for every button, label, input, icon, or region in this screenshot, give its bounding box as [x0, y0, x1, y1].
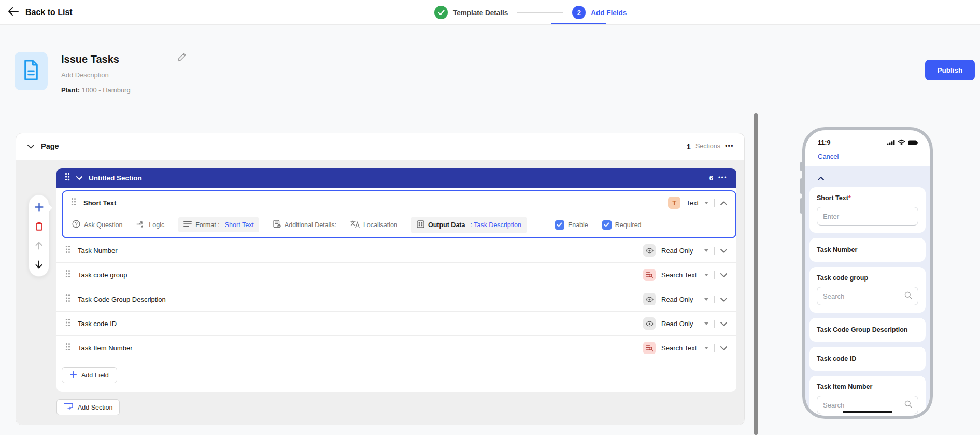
add-field-button[interactable]: Add Field	[62, 367, 117, 383]
delete-trash-icon[interactable]	[34, 221, 44, 231]
drag-handle-icon[interactable]	[65, 343, 70, 353]
field-label: Task Code Group Description	[78, 296, 166, 303]
move-up-arrow-icon[interactable]	[34, 240, 44, 250]
enter-input[interactable]	[823, 213, 912, 220]
field-type-label: Text	[686, 199, 699, 207]
expand-field-chevron-icon[interactable]	[720, 294, 727, 304]
add-button[interactable]	[34, 202, 44, 212]
page-header-row: Page 1 Sections •••	[16, 133, 744, 159]
logic-branch-icon	[136, 221, 145, 229]
active-field-card[interactable]: Short Text T Text	[62, 190, 736, 238]
drag-handle-icon[interactable]	[65, 245, 70, 256]
back-to-list-button[interactable]: Back to List	[8, 0, 73, 25]
home-indicator	[843, 411, 892, 413]
phone-cancel-button[interactable]: Cancel	[805, 147, 930, 160]
expand-field-chevron-icon[interactable]	[720, 270, 727, 279]
mobile-preview: 11:9 Cancel Short Text* Task Number Task…	[802, 127, 933, 419]
edit-pencil-icon[interactable]	[177, 52, 187, 64]
page-title: Page	[41, 142, 59, 150]
phone-time: 11:9	[818, 139, 830, 146]
expand-field-chevron-icon[interactable]	[720, 246, 727, 255]
field-toolbar: Ask Question Logic Format : Short Text	[63, 214, 735, 237]
phone-field-label: Short Text*	[817, 194, 918, 202]
format-chip[interactable]: Format : Short Text	[178, 217, 259, 232]
drag-handle-icon[interactable]	[65, 270, 70, 280]
field-type-label: Read Only	[661, 296, 699, 303]
section-fields-count: 6	[709, 174, 713, 182]
section-container: Untitled Section 6 ••• Short Text	[56, 168, 736, 392]
battery-icon	[908, 138, 918, 147]
step2-label[interactable]: Add Fields	[591, 9, 627, 17]
phone-field-card: Task code group	[809, 267, 926, 313]
phone-field-card: Task code ID	[809, 347, 926, 371]
type-dropdown-caret-icon[interactable]	[704, 249, 708, 252]
required-checkbox-item: Required	[602, 220, 642, 230]
required-asterisk: *	[848, 194, 851, 202]
template-title: Issue Tasks	[61, 53, 119, 65]
document-icon	[22, 60, 40, 82]
search-list-icon	[643, 269, 656, 281]
format-lines-icon	[183, 221, 192, 229]
collapse-field-chevron-icon[interactable]	[720, 198, 727, 207]
section-collapse-chevron-icon[interactable]	[76, 173, 82, 183]
section-menu-dots[interactable]: •••	[718, 174, 727, 181]
additional-details-button[interactable]: Additional Details:	[273, 220, 336, 230]
enable-checkbox[interactable]	[555, 220, 564, 230]
step1-check-icon	[434, 6, 448, 19]
drag-handle-icon[interactable]	[65, 294, 70, 304]
field-row[interactable]: Task Number Read Only	[56, 238, 736, 263]
type-dropdown-caret-icon[interactable]	[704, 347, 708, 349]
text-input-wrap	[817, 207, 918, 226]
page-collapse-chevron-icon[interactable]	[27, 142, 34, 151]
ask-question-button[interactable]: Ask Question	[72, 220, 122, 230]
back-label: Back to List	[25, 8, 73, 17]
field-row[interactable]: Task Item Number Search Text	[56, 336, 736, 360]
signal-icon	[887, 138, 895, 147]
logic-button[interactable]: Logic	[136, 221, 164, 229]
type-dropdown-caret-icon[interactable]	[704, 274, 708, 276]
field-actions-toolbar	[29, 194, 49, 277]
field-row[interactable]: Task Code Group Description Read Only	[56, 287, 736, 312]
vertical-scrollbar[interactable]	[754, 113, 758, 435]
wifi-icon	[898, 138, 905, 147]
magnifier-icon	[904, 400, 912, 410]
field-label[interactable]: Short Text	[83, 199, 116, 207]
step1-label[interactable]: Template Details	[453, 9, 508, 17]
publish-button[interactable]: Publish	[925, 60, 975, 80]
drag-handle-icon[interactable]	[71, 198, 76, 208]
text-type-badge: T	[668, 197, 680, 209]
translate-icon	[350, 220, 360, 229]
localisation-button[interactable]: Localisation	[350, 220, 397, 229]
search-input-wrap	[817, 287, 918, 305]
details-doc-icon	[273, 220, 281, 230]
output-data-chip[interactable]: Output Data : Task Description	[411, 217, 527, 233]
drag-handle-icon[interactable]	[65, 173, 70, 183]
stepper-connector	[517, 12, 563, 13]
expand-field-chevron-icon[interactable]	[720, 319, 727, 328]
phone-collapse-chevron-icon[interactable]	[809, 170, 926, 187]
move-down-arrow-icon[interactable]	[34, 259, 44, 270]
required-checkbox[interactable]	[602, 220, 612, 230]
field-label: Task Number	[78, 247, 118, 255]
add-section-button[interactable]: Add Section	[56, 399, 120, 415]
top-bar: Back to List Template Details 2 Add Fiel…	[0, 0, 980, 25]
section-body: Short Text T Text	[56, 188, 736, 392]
type-dropdown-caret-icon[interactable]	[704, 202, 708, 204]
type-dropdown-caret-icon[interactable]	[704, 298, 708, 301]
field-row[interactable]: Task code ID Read Only	[56, 312, 736, 336]
phone-form-area: Short Text* Task Number Task code group …	[805, 166, 930, 416]
drag-handle-icon[interactable]	[65, 318, 70, 329]
phone-field-card: Task Number	[809, 238, 926, 262]
phone-field-card: Task Code Group Description	[809, 318, 926, 342]
section-header[interactable]: Untitled Section 6 •••	[56, 168, 736, 188]
add-description-link[interactable]: Add Description	[61, 71, 109, 79]
page-menu-dots[interactable]: •••	[725, 143, 734, 150]
search-input[interactable]	[823, 401, 901, 409]
search-input[interactable]	[823, 292, 901, 300]
stepper: Template Details 2 Add Fields	[434, 0, 627, 25]
field-row[interactable]: Task code group Search Text	[56, 263, 736, 287]
field-label: Task Item Number	[78, 344, 132, 352]
plant-label: Plant:	[61, 86, 80, 94]
expand-field-chevron-icon[interactable]	[720, 343, 727, 353]
type-dropdown-caret-icon[interactable]	[704, 322, 708, 325]
